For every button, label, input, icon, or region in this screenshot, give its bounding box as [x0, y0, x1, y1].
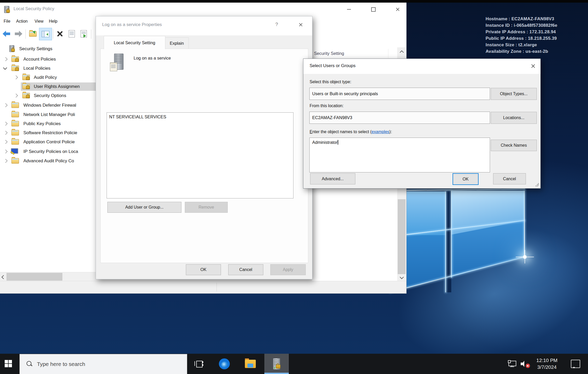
add-user-or-group-button[interactable]: Add User or Group...	[107, 202, 181, 213]
pane-splitter[interactable]	[217, 283, 217, 292]
up-one-level-button[interactable]	[27, 28, 38, 40]
tree-item-audit-policy[interactable]: Audit Policy	[0, 73, 96, 82]
close-icon	[299, 23, 303, 27]
chevron-right-icon[interactable]	[14, 75, 18, 80]
scroll-down-icon[interactable]	[400, 275, 404, 279]
action-center-button[interactable]	[568, 354, 583, 374]
members-listbox[interactable]: NT SERVICE\ALL SERVICES	[107, 112, 293, 198]
maximize-button[interactable]	[365, 3, 382, 16]
properties-ok-button[interactable]: OK	[186, 264, 221, 275]
column-header-security-setting[interactable]: Security Setting	[314, 51, 344, 56]
location-label: From this location:	[310, 104, 344, 108]
menu-file[interactable]: File	[4, 19, 10, 24]
select-dialog-close-button[interactable]	[531, 64, 535, 69]
remove-button[interactable]: Remove	[185, 202, 228, 213]
tab-explain[interactable]: Explain	[165, 37, 189, 49]
mnemonic: E	[310, 130, 312, 134]
properties-cancel-button[interactable]: Cancel	[228, 264, 263, 275]
chevron-right-icon[interactable]	[14, 94, 18, 98]
properties-apply-button[interactable]: Apply	[270, 264, 306, 275]
edge-button[interactable]	[216, 354, 232, 374]
search-icon	[27, 361, 33, 367]
export-list-button[interactable]	[78, 28, 89, 40]
desktop: Hostname : EC2AMAZ-FAN98V3 Instance ID :…	[0, 0, 588, 374]
tree-item-public-key-policies[interactable]: Public Key Policies	[0, 120, 96, 128]
locations-button[interactable]: Locations...	[491, 112, 537, 124]
local-security-policy-taskbar-button[interactable]	[264, 354, 289, 374]
chevron-right-icon[interactable]	[4, 57, 8, 61]
menu-action[interactable]: Action	[16, 19, 28, 24]
select-ok-button[interactable]: OK	[453, 173, 479, 185]
menu-help[interactable]: Help	[49, 19, 57, 24]
object-names-textarea[interactable]: Administrator	[309, 138, 490, 172]
network-tray-icon[interactable]	[506, 354, 518, 374]
help-button[interactable]: ?	[275, 22, 278, 27]
tree-item-software-restriction[interactable]: Software Restriction Policie	[0, 129, 96, 138]
console-tree-icon	[42, 31, 49, 37]
chevron-right-icon[interactable]	[4, 140, 8, 144]
main-title-bar: Local Security Policy	[0, 3, 406, 16]
scroll-left-icon[interactable]	[2, 275, 6, 279]
member-item[interactable]: NT SERVICE\ALL SERVICES	[107, 113, 293, 119]
close-button[interactable]	[389, 3, 406, 16]
scrollbar-thumb[interactable]	[6, 273, 62, 281]
instance-hostname: Hostname : EC2AMAZ-FAN98V3	[486, 16, 557, 22]
check-names-button[interactable]: Check Names	[491, 140, 537, 151]
chevron-right-icon[interactable]	[4, 159, 8, 163]
chevron-down-icon[interactable]	[3, 66, 7, 70]
chevron-right-icon[interactable]	[4, 103, 8, 107]
file-explorer-button[interactable]	[242, 354, 258, 374]
lock-icon	[15, 59, 19, 62]
scrollbar-thumb[interactable]	[398, 199, 406, 274]
select-cancel-button[interactable]: Cancel	[493, 173, 526, 184]
delete-button[interactable]	[54, 28, 66, 40]
task-view-button[interactable]	[191, 354, 207, 374]
volume-tray-icon[interactable]	[519, 354, 531, 374]
wallpaper-edge-right	[524, 191, 525, 257]
wallpaper-edge-mullion-right	[451, 191, 452, 278]
properties-close-button[interactable]	[299, 23, 303, 28]
taskbar: Type here to search 12:10 PM 3	[0, 354, 588, 374]
select-users-groups-dialog: Select Users or Groups Select this objec…	[303, 59, 541, 189]
folder-icon	[11, 158, 19, 164]
show-console-tree-button[interactable]	[39, 28, 52, 40]
resize-grip[interactable]	[535, 183, 539, 187]
object-types-button[interactable]: Object Types...	[491, 88, 537, 100]
minimize-button[interactable]	[341, 3, 357, 16]
tree-item-windows-defender-firewall[interactable]: Windows Defender Firewal	[0, 101, 96, 110]
chevron-right-icon[interactable]	[4, 131, 8, 135]
chevron-right-icon[interactable]	[4, 150, 8, 154]
tree-horizontal-scrollbar[interactable]	[0, 272, 96, 281]
tree-root-security-settings[interactable]: Security Settings	[0, 45, 96, 54]
lock-icon	[26, 86, 30, 89]
forward-button[interactable]	[12, 28, 24, 40]
tree-item-ip-security-policies[interactable]: IP Security Policies on Loca	[0, 147, 96, 156]
security-settings-icon	[9, 45, 14, 52]
notification-icon	[571, 360, 580, 368]
tree-item-local-policies[interactable]: Local Policies	[0, 64, 96, 73]
tab-local-security-setting[interactable]: Local Security Setting	[104, 36, 165, 49]
properties-button[interactable]	[66, 28, 77, 40]
clock[interactable]: 12:10 PM 3/7/2024	[532, 357, 561, 371]
chevron-right-icon[interactable]	[4, 122, 8, 126]
examples-link[interactable]: examples	[371, 130, 389, 134]
tree-item-account-policies[interactable]: Account Policies	[0, 55, 96, 64]
object-type-field[interactable]: Users or Built-in security principals	[309, 88, 490, 100]
column-divider[interactable]	[388, 49, 388, 58]
tree-item-network-list-manager[interactable]: Network List Manager Poli	[0, 111, 96, 119]
tree-item-user-rights-assignment[interactable]: User Rights Assignmen	[0, 82, 96, 91]
search-input[interactable]: Type here to search	[19, 354, 187, 374]
location-field[interactable]: EC2AMAZ-FAN98V3	[309, 112, 490, 124]
start-button[interactable]	[1, 354, 17, 374]
export-list-icon	[81, 30, 87, 37]
back-button[interactable]	[1, 28, 12, 40]
tree-item-application-control[interactable]: Application Control Policie	[0, 138, 96, 147]
object-names-label: Enter the object names to select (exampl…	[310, 130, 392, 134]
advanced-button[interactable]: Advanced...	[310, 173, 355, 184]
windows-logo-icon	[5, 360, 12, 368]
lock-icon	[15, 68, 19, 71]
tree-item-security-options[interactable]: Security Options	[0, 92, 96, 100]
tree-item-advanced-audit-policy[interactable]: Advanced Audit Policy Co	[0, 157, 96, 166]
menu-view[interactable]: View	[35, 19, 43, 24]
scroll-up-icon[interactable]	[400, 50, 404, 55]
